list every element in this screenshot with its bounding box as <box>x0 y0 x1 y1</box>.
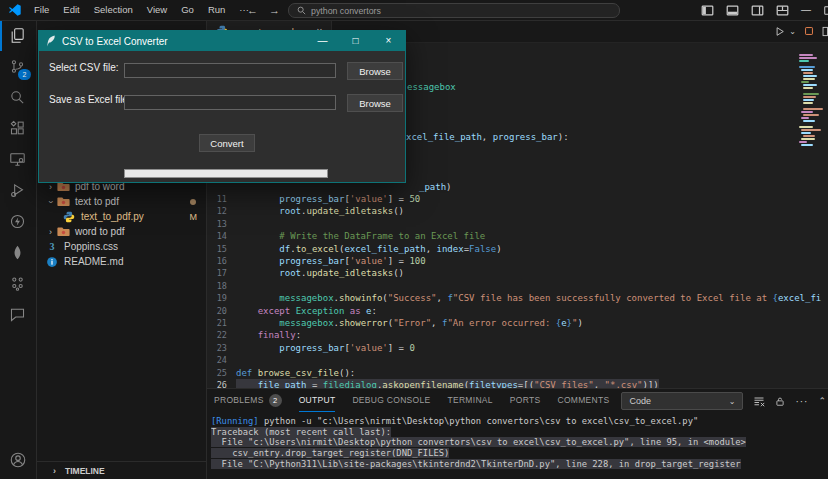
dialog-label: Select CSV file: <box>49 62 118 73</box>
scroll-lock-icon[interactable] <box>775 396 785 407</box>
more-actions-icon[interactable]: ··· <box>795 396 808 407</box>
minimap-line <box>803 72 813 74</box>
minimize-button[interactable]: — <box>801 0 811 20</box>
code-line[interactable]: 18 <box>206 280 828 293</box>
css-icon: 3 <box>45 240 59 253</box>
browse-button[interactable]: Browse <box>347 62 403 80</box>
code-line[interactable]: 25def browse_csv_file(): <box>206 367 828 380</box>
timeline-section[interactable]: › TIMELINE <box>36 461 206 479</box>
run-dropdown-icon[interactable]: ⌄ <box>789 27 796 36</box>
panel-tab-ports[interactable]: PORTS <box>510 389 541 412</box>
command-center-search[interactable]: python convertors <box>288 3 620 18</box>
nav-back-icon[interactable]: ← <box>247 0 258 20</box>
panel-tab-problems[interactable]: PROBLEMS2 <box>214 389 282 412</box>
toggle-sidebar-icon[interactable] <box>701 4 714 17</box>
run-button[interactable] <box>774 26 785 37</box>
panel-tab-comments[interactable]: COMMENTS <box>557 389 609 412</box>
minimap-line <box>801 138 815 140</box>
chevron-down-icon: ⌄ <box>729 397 736 406</box>
minimap-line <box>801 69 813 71</box>
code-line[interactable]: 24 <box>206 354 828 367</box>
file-poppins-css[interactable]: 3Poppins.css <box>36 239 206 254</box>
split-editor-button[interactable] <box>822 26 828 37</box>
activity-account[interactable] <box>0 444 35 475</box>
stop-button[interactable] <box>804 26 814 36</box>
line-number: 25 <box>206 367 227 379</box>
output-channel-select[interactable]: Code ⌄ <box>621 392 743 410</box>
menu-view[interactable]: View <box>140 0 174 20</box>
code-line[interactable]: 11 progress_bar['value'] = 50 <box>206 193 828 206</box>
minimap-line <box>799 54 813 56</box>
code-line[interactable]: 16 progress_bar['value'] = 100 <box>206 255 828 268</box>
minimap-line <box>803 96 816 98</box>
activity-thunder-client[interactable] <box>0 206 35 237</box>
activity-remote-explorer[interactable] <box>0 144 35 175</box>
bottom-panel: PROBLEMS2OUTPUTDEBUG CONSOLETERMINALPORT… <box>206 388 828 479</box>
file-path-entry[interactable] <box>124 63 336 78</box>
maximize-panel-icon[interactable]: ⌃ <box>818 396 826 406</box>
menu-file[interactable]: File <box>27 0 56 20</box>
code-line[interactable]: 17 root.update_idletasks() <box>206 267 828 280</box>
code-text: root.update_idletasks() <box>236 205 404 217</box>
activity-search[interactable] <box>0 82 35 113</box>
nav-forward-icon[interactable]: → <box>269 0 280 20</box>
code-line[interactable]: 14 # Write the DataFrame to an Excel fil… <box>206 230 828 243</box>
code-line[interactable]: 22 finally: <box>206 329 828 342</box>
dialog-minimize-button[interactable]: — <box>306 31 339 51</box>
browse-button[interactable]: Browse <box>347 94 403 112</box>
code-line[interactable]: 13 <box>206 218 828 231</box>
menu-run[interactable]: Run <box>201 0 232 20</box>
toggle-panel-icon[interactable] <box>726 4 739 17</box>
dialog-maximize-button[interactable]: □ <box>339 31 372 51</box>
dialog-title-bar[interactable]: CSV to Excel Converter — □ × <box>39 31 405 51</box>
output-line: csv_entry.drop_target_register(DND_FILES… <box>211 448 828 459</box>
line-number: 24 <box>206 354 227 366</box>
code-line[interactable]: 15 df.to_excel(excel_file_path, index=Fa… <box>206 243 828 256</box>
activity-run-debug[interactable] <box>0 175 35 206</box>
panel-tab-debug-console[interactable]: DEBUG CONSOLE <box>352 389 430 412</box>
activity-mongodb[interactable] <box>0 237 35 268</box>
line-number: 12 <box>206 205 227 217</box>
menu-selection[interactable]: Selection <box>87 0 140 20</box>
activity-source-control[interactable]: 2 <box>0 51 35 82</box>
code-text: progress_bar['value'] = 50 <box>236 193 420 205</box>
panel-tab-output[interactable]: OUTPUT <box>299 389 336 412</box>
activity-marketplace[interactable] <box>0 268 35 299</box>
output-text: Traceback (most recent call last): <box>211 427 391 437</box>
minimap[interactable] <box>799 54 823 150</box>
activity-explorer[interactable] <box>0 20 35 51</box>
activity-extensions[interactable] <box>0 113 35 144</box>
folder-text-to-pdf[interactable]: ›text to pdf <box>36 194 206 209</box>
file-label: Poppins.css <box>64 241 118 252</box>
code-line[interactable]: 19 messagebox.showinfo("Success", f"CSV … <box>206 292 828 305</box>
toggle-secondary-sidebar-icon[interactable] <box>751 4 764 17</box>
code-line[interactable]: 26 file_path = filedialog.askopenfilenam… <box>206 379 828 388</box>
convert-button[interactable]: Convert <box>199 134 255 152</box>
output-channel-value: Code <box>629 396 651 406</box>
clear-output-icon[interactable] <box>753 395 765 407</box>
mongodb-icon <box>9 244 26 261</box>
dialog-close-button[interactable]: × <box>372 31 405 51</box>
line-number: 13 <box>206 218 227 230</box>
restore-button[interactable] <box>823 5 828 16</box>
activity-chat[interactable] <box>0 299 35 330</box>
line-number: 21 <box>206 317 227 329</box>
menu-go[interactable]: Go <box>174 0 201 20</box>
file-text-to-pdf-py[interactable]: text_to_pdf.pyM <box>36 209 206 224</box>
panel-tab-label: OUTPUT <box>299 389 336 412</box>
code-line[interactable]: 20 except Exception as e: <box>206 305 828 318</box>
file-readme-md[interactable]: README.md <box>36 254 206 269</box>
thunder-client-icon <box>9 213 26 230</box>
code-text: progress_bar['value'] = 100 <box>236 255 426 267</box>
code-line[interactable]: 12 root.update_idletasks() <box>206 205 828 218</box>
menu-edit[interactable]: Edit <box>56 0 86 20</box>
line-number: 26 <box>206 379 227 388</box>
panel-tab-terminal[interactable]: TERMINAL <box>447 389 492 412</box>
folder-word-to-pdf[interactable]: ›word to pdf <box>36 224 206 239</box>
code-line[interactable]: 21 messagebox.showerror("Error", f"An er… <box>206 317 828 330</box>
file-path-entry[interactable] <box>124 95 336 110</box>
code-line[interactable]: 23 progress_bar['value'] = 0 <box>206 342 828 355</box>
timeline-label: TIMELINE <box>65 466 105 476</box>
customize-layout-icon[interactable] <box>776 4 789 17</box>
run-debug-icon <box>9 182 26 199</box>
